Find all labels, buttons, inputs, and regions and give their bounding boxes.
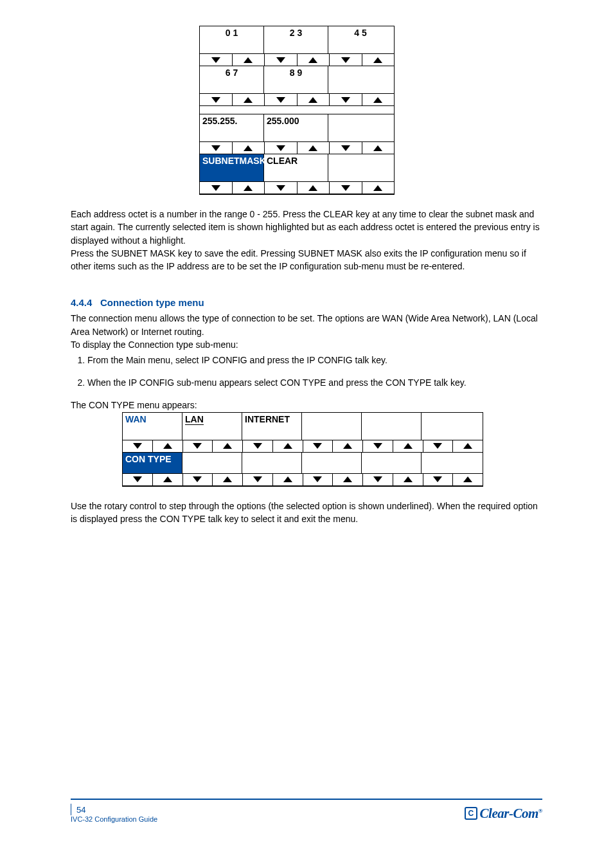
key-arrows[interactable] — [123, 440, 183, 452]
page-number: 54 — [71, 804, 157, 815]
key-arrows[interactable] — [303, 474, 364, 485]
up-icon — [373, 185, 382, 191]
down-icon — [253, 443, 262, 449]
down-icon — [133, 476, 142, 482]
keypad-cell — [328, 66, 393, 93]
down-icon — [276, 145, 285, 151]
logo-mark-icon: C — [465, 807, 477, 820]
spacer — [200, 106, 264, 114]
up-icon — [223, 476, 232, 482]
up-icon — [163, 476, 172, 482]
down-icon — [313, 443, 322, 449]
down-icon — [313, 476, 322, 482]
down-icon — [433, 476, 442, 482]
body-text: To display the Connection type sub-menu: — [71, 338, 542, 351]
key-arrows[interactable] — [123, 474, 183, 485]
up-icon — [404, 443, 413, 449]
page-footer: 54 IVC-32 Configuration Guide C Clear-Co… — [71, 799, 542, 823]
key-arrows[interactable] — [265, 54, 330, 66]
down-icon — [211, 185, 220, 191]
up-icon — [308, 97, 317, 103]
up-icon — [244, 97, 253, 103]
down-icon — [433, 443, 442, 449]
empty-cell — [362, 413, 422, 440]
step-item: When the IP CONFIG sub-menu appears sele… — [87, 376, 542, 390]
subnetmask-key[interactable]: SUBNETMASK — [200, 154, 264, 181]
key-arrows[interactable] — [303, 440, 364, 452]
body-text: Use the rotary control to step through t… — [71, 500, 542, 526]
key-arrows[interactable] — [243, 440, 303, 452]
up-icon — [163, 443, 172, 449]
up-icon — [283, 476, 292, 482]
down-icon — [341, 185, 350, 191]
key-arrows[interactable] — [200, 94, 265, 105]
key-arrows[interactable] — [423, 440, 483, 452]
keypad-cell[interactable]: 4 5 — [328, 26, 393, 53]
internet-option[interactable]: INTERNET — [242, 413, 302, 440]
con-type-panel: WAN LAN INTERNET CON TYPE — [122, 412, 483, 487]
key-arrows[interactable] — [330, 94, 394, 105]
key-arrows[interactable] — [330, 54, 394, 66]
con-type-key[interactable]: CON TYPE — [123, 453, 182, 473]
section-heading: 4.4.4 Connection type menu — [71, 297, 542, 308]
down-icon — [373, 476, 382, 482]
key-arrows[interactable] — [200, 182, 265, 194]
key-arrows[interactable] — [330, 142, 394, 154]
empty-cell — [242, 453, 302, 473]
up-icon — [308, 145, 317, 151]
up-icon — [343, 443, 352, 449]
clearcom-logo: C Clear-Com® — [465, 806, 542, 822]
key-arrows[interactable] — [265, 182, 330, 194]
up-icon — [308, 185, 317, 191]
spacer — [264, 106, 328, 114]
key-arrows[interactable] — [330, 182, 394, 194]
key-arrows[interactable] — [243, 474, 303, 485]
key-arrows[interactable] — [200, 54, 265, 66]
keypad-cell[interactable]: 8 9 — [264, 66, 328, 93]
empty-cell — [302, 453, 362, 473]
keypad-cell[interactable]: 6 7 — [200, 66, 264, 93]
key-arrows[interactable] — [265, 142, 330, 154]
down-icon — [193, 476, 202, 482]
subnet-value-cell: 255.000 — [264, 114, 328, 141]
down-icon — [341, 57, 350, 63]
key-arrows[interactable] — [423, 474, 483, 485]
keypad-cell[interactable]: 2 3 — [264, 26, 328, 53]
down-icon — [341, 145, 350, 151]
wan-option[interactable]: WAN — [123, 413, 182, 440]
down-icon — [276, 97, 285, 103]
down-icon — [276, 185, 285, 191]
key-arrows[interactable] — [265, 94, 330, 105]
doc-title: IVC-32 Configuration Guide — [71, 815, 157, 823]
subnet-value-cell — [328, 114, 393, 141]
down-icon — [276, 57, 285, 63]
body-text: Press the SUBNET MASK key to save the ed… — [71, 247, 542, 273]
up-icon — [373, 145, 382, 151]
key-arrows[interactable] — [183, 474, 244, 485]
lan-option[interactable]: LAN — [182, 413, 242, 440]
down-icon — [211, 145, 220, 151]
body-text: Each address octet is a number in the ra… — [71, 208, 542, 247]
keypad-cell[interactable]: 0 1 — [200, 26, 264, 53]
down-icon — [253, 476, 262, 482]
empty-cell — [422, 453, 481, 473]
down-icon — [133, 443, 142, 449]
up-icon — [244, 145, 253, 151]
subnet-value-cell: 255.255. — [200, 114, 264, 141]
key-arrows[interactable] — [363, 474, 423, 485]
empty-cell — [302, 413, 362, 440]
up-icon — [283, 443, 292, 449]
subnet-keypad-panel: 0 1 2 3 4 5 6 7 8 9 255.255. 255.0 — [199, 26, 395, 195]
down-icon — [211, 97, 220, 103]
key-arrows[interactable] — [363, 440, 423, 452]
up-icon — [373, 57, 382, 63]
empty-cell — [182, 453, 242, 473]
key-arrows[interactable] — [183, 440, 244, 452]
up-icon — [404, 476, 413, 482]
key-arrows[interactable] — [200, 142, 265, 154]
empty-cell — [422, 413, 481, 440]
up-icon — [308, 57, 317, 63]
clear-key[interactable]: CLEAR — [264, 154, 328, 181]
up-icon — [463, 476, 472, 482]
step-item: From the Main menu, select IP CONFIG and… — [87, 354, 542, 367]
